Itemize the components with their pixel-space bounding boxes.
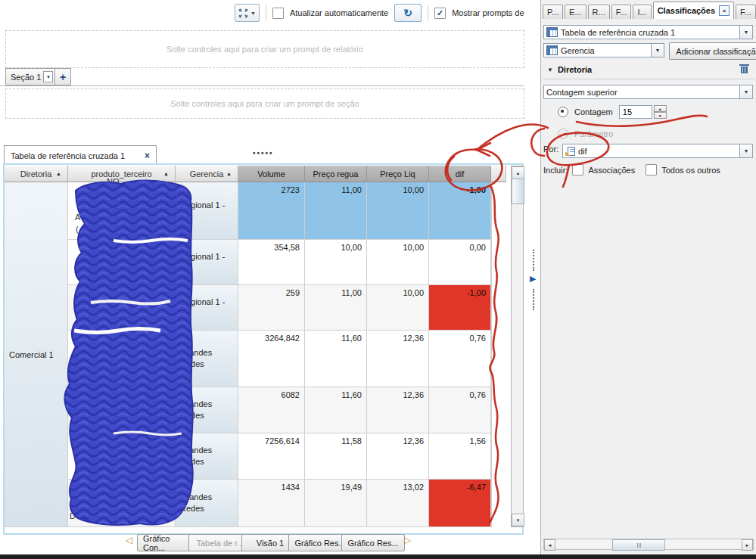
next-report-arrow[interactable]: ▷: [404, 535, 411, 545]
auto-refresh-checkbox[interactable]: [272, 8, 284, 19]
add-classification-button[interactable]: Adicionar classificação: [669, 42, 756, 60]
scroll-left-button[interactable]: ◄: [544, 539, 555, 551]
refresh-button[interactable]: ↻: [394, 4, 422, 22]
fit-screen-button[interactable]: ▼: [235, 4, 260, 22]
chevron-down-icon[interactable]: ▼: [739, 85, 752, 98]
cell-preco-liq[interactable]: 10,00: [367, 240, 429, 285]
crosstab-vertical-scrollbar[interactable]: ▲ ▼: [511, 166, 524, 527]
cell-volume[interactable]: 1434: [238, 480, 305, 527]
cell-preco-regua[interactable]: 11,60: [305, 331, 367, 387]
cell-dif-alert[interactable]: -6,47: [429, 480, 491, 527]
spinner-up-button[interactable]: ▲: [654, 105, 667, 112]
cell-preco-liq[interactable]: 12,36: [367, 387, 429, 433]
cell-gerencia[interactable]: Grandes Redes: [176, 331, 238, 387]
cell-produto[interactable]: [68, 331, 176, 387]
cell-preco-liq[interactable]: 12,36: [367, 331, 429, 387]
sort-asc-icon[interactable]: ▲: [163, 171, 169, 176]
block-selector[interactable]: Tabela de referência cruzada 1 ▼: [543, 25, 753, 39]
cell-preco-liq[interactable]: 12,36: [367, 433, 429, 480]
cell-diretoria[interactable]: Comercial 1: [5, 182, 68, 527]
cell-gerencia[interactable]: Regional 1 - SP: [176, 182, 238, 240]
add-section-button[interactable]: +: [54, 68, 71, 85]
column-header-preco-regua[interactable]: Preço regua: [305, 166, 367, 182]
drag-handle-dots[interactable]: •••••: [253, 149, 274, 157]
collapse-icon[interactable]: ▼: [547, 67, 553, 73]
cell-gerencia[interactable]: Grandes Redes: [176, 480, 238, 527]
cell-produto[interactable]: [68, 240, 176, 285]
cell-gerencia[interactable]: Grandes Redes: [176, 387, 238, 433]
spinner-down-button[interactable]: ▼: [654, 112, 667, 119]
cell-gerencia[interactable]: Regional 1 - SP: [176, 285, 238, 331]
section-dropdown-icon[interactable]: ▼: [43, 71, 53, 82]
scrollbar-thumb[interactable]: [612, 539, 665, 551]
cell-preco-liq[interactable]: 10,00: [367, 182, 429, 240]
cell-dif[interactable]: 0,00: [429, 240, 491, 285]
crosstab-block-tab[interactable]: Tabela de referência cruzada 1 ×: [4, 145, 157, 166]
cell-dif[interactable]: 0,76: [429, 331, 491, 387]
column-header-diretoria[interactable]: Diretoria ▲: [5, 166, 68, 182]
cell-produto[interactable]: [68, 285, 176, 331]
column-header-produto-terceiro[interactable]: produto_terceiro ▲: [68, 166, 176, 182]
cell-preco-liq[interactable]: 10,00: [367, 285, 429, 331]
chevron-down-icon[interactable]: ▼: [739, 26, 752, 39]
section-tab[interactable]: Seção 1 ▼: [5, 68, 56, 85]
cell-volume[interactable]: 2723: [238, 182, 305, 240]
cell-gerencia[interactable]: Regional 1 - SP: [176, 240, 238, 285]
panel-tab-e[interactable]: E...: [565, 5, 586, 19]
cell-volume[interactable]: 3264,842: [238, 331, 305, 387]
cell-volume[interactable]: 6082: [238, 387, 305, 433]
column-header-volume[interactable]: Volume: [238, 166, 305, 182]
column-header-dif[interactable]: dif: [429, 166, 491, 182]
show-prompts-checkbox[interactable]: ✓: [434, 8, 446, 19]
count-input[interactable]: [619, 105, 652, 119]
report-prompt-dropzone[interactable]: Solte controles aqui para criar um promp…: [5, 30, 524, 68]
cell-dif[interactable]: 1,56: [429, 433, 491, 480]
cell-volume[interactable]: 354,58: [238, 240, 305, 285]
panel-tab-classificacoes[interactable]: Classificações ×: [653, 2, 734, 19]
cell-produto[interactable]: [68, 182, 176, 240]
splitter-collapse-arrow[interactable]: ▶: [530, 274, 536, 284]
cell-preco-regua[interactable]: 11,00: [305, 182, 367, 240]
cell-preco-regua[interactable]: 19,49: [305, 480, 367, 527]
cell-preco-regua[interactable]: 10,00: [305, 240, 367, 285]
section-prompt-dropzone[interactable]: Solte controles aqui para criar um promp…: [5, 89, 524, 119]
cell-preco-regua[interactable]: 11,00: [305, 285, 367, 331]
cell-produto[interactable]: [68, 480, 176, 527]
report-tab-grafico-res-2[interactable]: Gráfico Res...: [341, 534, 405, 551]
cell-produto[interactable]: [68, 433, 176, 480]
param-radio[interactable]: [558, 129, 568, 139]
cell-preco-regua[interactable]: 11,60: [305, 387, 367, 433]
panel-tab-i[interactable]: I...: [633, 5, 651, 19]
sort-asc-icon[interactable]: ▲: [226, 171, 232, 176]
cell-dif-alert[interactable]: -1,00: [429, 285, 491, 331]
panel-tab-f2[interactable]: F...: [736, 5, 756, 19]
associacoes-checkbox[interactable]: [572, 164, 583, 175]
chevron-down-icon[interactable]: ▼: [739, 144, 752, 157]
close-icon[interactable]: ×: [145, 151, 150, 161]
sort-asc-icon[interactable]: ▲: [56, 171, 61, 176]
scroll-up-button[interactable]: ▲: [512, 166, 524, 179]
cell-dif[interactable]: 0,76: [429, 387, 491, 433]
panel-tab-r[interactable]: R...: [588, 5, 610, 19]
cell-volume[interactable]: 259: [238, 285, 305, 331]
panel-tab-p[interactable]: P...: [543, 5, 563, 19]
column-header-preco-liq[interactable]: Preço Liq: [367, 166, 429, 182]
ranking-section-header[interactable]: ▼ Diretoria: [547, 65, 592, 74]
todos-os-outros-checkbox[interactable]: [646, 164, 657, 175]
count-radio[interactable]: [558, 107, 568, 117]
chevron-down-icon[interactable]: ▼: [651, 44, 664, 57]
scroll-down-button[interactable]: ▼: [512, 514, 524, 526]
scrollbar-thumb[interactable]: [512, 179, 524, 204]
cell-gerencia[interactable]: Grandes Redes: [176, 433, 238, 480]
ranking-mode-selector[interactable]: Contagem superior ▼: [543, 85, 753, 99]
panel-horizontal-scrollbar[interactable]: ◄ ►: [543, 539, 754, 550]
panel-tab-f1[interactable]: F...: [611, 5, 632, 19]
cell-dif[interactable]: -1,00: [429, 182, 491, 240]
panel-splitter[interactable]: ▶: [527, 0, 540, 554]
close-icon[interactable]: ×: [719, 5, 730, 16]
scroll-right-button[interactable]: ►: [742, 539, 753, 551]
column-header-gerencia[interactable]: Gerencia ▲: [176, 166, 238, 182]
cell-volume[interactable]: 7256,614: [238, 433, 305, 480]
trash-icon[interactable]: [739, 64, 749, 74]
cell-produto[interactable]: [68, 387, 176, 433]
